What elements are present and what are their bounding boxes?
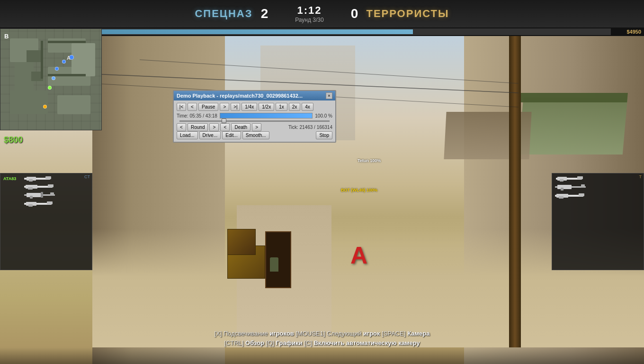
svg-rect-31 [559, 196, 564, 199]
t-team-name: ТЕРРОРИСТЫ [366, 8, 449, 20]
player-character [270, 257, 278, 272]
demo-dialog: Demo Playback - replays/match730_0029986… [173, 90, 336, 143]
svg-rect-12 [27, 193, 41, 197]
bottom-help-text: [X] Подсвечивание игроков [MOUSE1] Следу… [0, 329, 644, 347]
money-bar-bg [33, 28, 611, 35]
ct-team-name: СПЕЦНАЗ [195, 8, 252, 20]
slider-thumb[interactable] [222, 118, 226, 123]
bottom-hud [0, 347, 644, 364]
svg-rect-26 [581, 184, 585, 188]
time-progress-row: Time: 05:35 / 43:18 100.0 % [177, 113, 332, 118]
svg-rect-22 [577, 176, 583, 179]
progress-fill [220, 113, 313, 118]
player-row [554, 183, 642, 191]
btn-drive[interactable]: Drive... [199, 131, 221, 139]
minimap: B A [0, 28, 102, 130]
svg-rect-19 [28, 204, 33, 207]
ct-money-fill [66, 29, 413, 34]
btn-load[interactable]: Load... [177, 131, 198, 139]
svg-rect-23 [560, 179, 564, 182]
hud-center: 1:12 Раунд 3/30 [281, 4, 338, 23]
demo-titlebar: Demo Playback - replays/match730_0029986… [174, 91, 335, 100]
demo-title: Demo Playback - replays/match730_0029986… [177, 93, 303, 99]
btn-death-next[interactable]: > [252, 123, 261, 131]
svg-rect-25 [557, 185, 572, 189]
btn-2x[interactable]: 2x [289, 103, 301, 111]
player-dot-ct4 [52, 76, 55, 80]
weapon-icon [24, 201, 55, 207]
svg-rect-15 [41, 192, 43, 198]
demo-body: |< < Pause > >| 1/4x 1/2x 1x 2x 4x Time:… [174, 100, 335, 142]
player-row: ATA83 [2, 175, 90, 182]
btn-prev[interactable]: < [188, 103, 197, 111]
player-money: $800 [4, 135, 23, 145]
player-row [554, 192, 642, 199]
btn-pause[interactable]: Pause [198, 103, 218, 111]
svg-rect-10 [28, 187, 33, 190]
left-player-panel: ATA83 [0, 173, 92, 270]
playback-controls-row: |< < Pause > >| 1/4x 1/2x 1x 2x 4x [177, 103, 332, 111]
progress-bar[interactable] [220, 113, 313, 118]
time-label: Time: 05:35 / 43:18 [177, 113, 217, 118]
svg-rect-27 [561, 188, 564, 191]
btn-round-next[interactable]: > [209, 123, 219, 131]
t-money: $4950 [611, 29, 644, 35]
right-player-panel: T [552, 173, 644, 270]
player-row [2, 191, 90, 199]
player-name: ATA83 [3, 176, 22, 181]
btn-start[interactable]: |< [177, 103, 186, 111]
round-info: Раунд 3/30 [295, 17, 323, 23]
btn-4x[interactable]: 4x [302, 103, 313, 111]
btn-edit[interactable]: Edit... [222, 131, 241, 139]
player-row [2, 183, 90, 190]
demo-close-button[interactable]: × [326, 92, 332, 99]
weapon-icon [24, 176, 55, 182]
help-line1: [X] Подсвечивание игроков [MOUSE1] Следу… [0, 329, 644, 338]
svg-rect-5 [45, 176, 51, 179]
svg-rect-18 [47, 201, 53, 204]
minimap-b-label: B [4, 33, 9, 40]
minimap-a-label: A [67, 55, 71, 61]
btn-quarter[interactable]: 1/4x [242, 103, 257, 111]
weapon-icon [24, 184, 55, 190]
minimap-background [0, 29, 101, 130]
btn-death[interactable]: Death [231, 123, 250, 131]
btn-death-prev[interactable]: < [220, 123, 230, 131]
team-label-right: T [639, 174, 642, 179]
player-dot-friendly [48, 86, 52, 90]
btn-round[interactable]: Round [188, 123, 208, 131]
weapon-icon [555, 193, 586, 199]
player-name-indicator: Tetun 100% [358, 158, 381, 163]
top-hud: СПЕЦНАЗ 2 1:12 Раунд 3/30 0 ТЕРРОРИСТЫ [0, 0, 644, 27]
team-label-left: CT [84, 174, 90, 179]
ct-side: СПЕЦНАЗ 2 [195, 6, 271, 21]
svg-line-2 [140, 60, 519, 83]
bot-indicator: BOT (WL49) 100% [341, 188, 377, 192]
svg-rect-6 [29, 179, 33, 182]
btn-1x[interactable]: 1x [276, 103, 287, 111]
weapon-icon [555, 176, 586, 182]
svg-rect-30 [579, 193, 584, 196]
player-dot-ct1 [62, 60, 66, 64]
btn-stop[interactable]: Stop [316, 131, 332, 139]
svg-rect-9 [48, 184, 54, 187]
time-slider[interactable] [179, 120, 330, 122]
btn-half[interactable]: 1/2x [259, 103, 274, 111]
player-dot-t1 [43, 105, 47, 109]
player-dot-ct2 [55, 67, 59, 71]
slider-row [177, 120, 332, 122]
btn-round-prev[interactable]: < [177, 123, 186, 131]
btn-next[interactable]: > [220, 103, 229, 111]
help-line2: [CTRL] Обзор [Q] Графики [C] Включить ав… [0, 338, 644, 348]
weapon-icon-sniper [555, 184, 586, 191]
btn-smooth[interactable]: Smooth... [242, 131, 269, 139]
t-side: 0 ТЕРРОРИСТЫ [347, 6, 449, 21]
round-death-row: < Round > < Death > Tick: 21463 / 166314 [177, 123, 332, 131]
game-timer: 1:12 [297, 4, 322, 17]
progress-pct: 100.0 % [315, 113, 332, 118]
svg-rect-13 [50, 192, 54, 196]
tick-label: Tick: 21463 / 166314 [288, 125, 332, 130]
player-row [2, 200, 90, 207]
t-score: 0 [347, 6, 361, 21]
btn-end[interactable]: >| [231, 103, 240, 111]
